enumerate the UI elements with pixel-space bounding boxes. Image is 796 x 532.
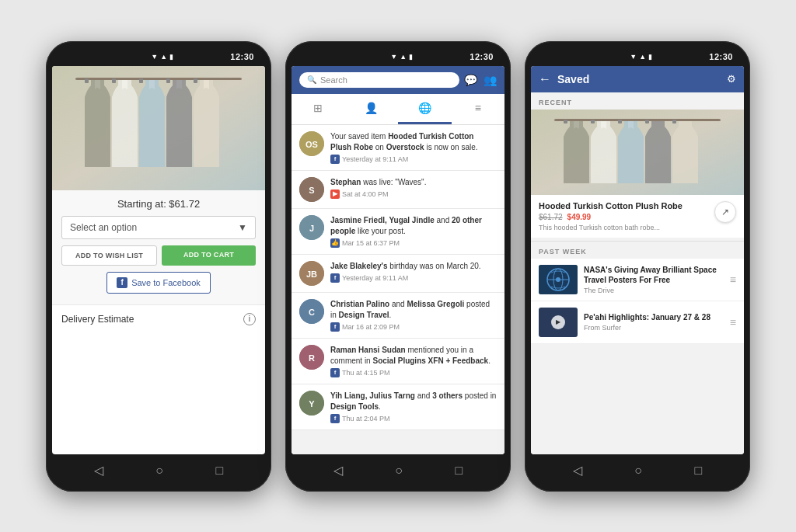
fb-meta-icon-4: f: [330, 273, 340, 283]
home-nav-button-1[interactable]: ○: [155, 464, 163, 478]
fb-meta-icon-6: f: [330, 368, 340, 377]
past-week-source-1: The Drive: [584, 287, 724, 294]
friend-requests-icon[interactable]: 👥: [484, 74, 497, 86]
search-icon: 🔍: [307, 75, 316, 84]
phone-bottom-1: ◁ ○ □: [52, 454, 265, 484]
back-button[interactable]: ←: [539, 72, 551, 86]
add-to-wishlist-button[interactable]: ADD TO WISH LIST: [61, 245, 157, 266]
back-nav-button-2[interactable]: ◁: [333, 463, 343, 478]
saved-card-body: Hooded Turkish Cotton Plush Robe $61.72 …: [531, 195, 744, 238]
fb-meta-icon-7: f: [330, 414, 340, 423]
saved-card-robe: Hooded Turkish Cotton Plush Robe $61.72 …: [531, 110, 744, 238]
past-week-menu-1[interactable]: ≡: [730, 273, 736, 286]
feed-text-1: Your saved item Hooded Turkish Cotton Pl…: [330, 131, 497, 153]
saved-card-image-svg: [531, 110, 744, 195]
battery-icon-3: ▮: [648, 53, 652, 61]
price-old: $61.72: [539, 213, 563, 221]
feed-time-7: Thu at 2:04 PM: [342, 415, 390, 422]
feed-item-4: JB Jake Blakeley's birthday was on March…: [292, 255, 504, 293]
feed-text-7: Yih Liang, Julius Tarng and 3 others pos…: [330, 391, 497, 412]
past-week-section-label: PAST WEEK: [531, 241, 744, 259]
svg-rect-24: [591, 120, 595, 123]
tab-menu[interactable]: ≡: [452, 94, 505, 124]
filter-icon[interactable]: ⚙: [727, 73, 736, 85]
feed-list: OS Your saved item Hooded Turkish Cotton…: [292, 125, 504, 454]
info-icon[interactable]: i: [243, 313, 256, 325]
product-info: Starting at: $61.72 Select an option ▼ A…: [52, 190, 265, 304]
delivery-row: Delivery Estimate i: [52, 304, 265, 333]
signal-icon: ▼: [151, 53, 158, 61]
feed-text-3: Jasmine Friedl, Yugal Jindle and 20 othe…: [330, 215, 497, 237]
svg-rect-23: [564, 120, 567, 123]
feed-content-1: Your saved item Hooded Turkish Cotton Pl…: [330, 131, 497, 164]
saved-page-title: Saved: [557, 73, 721, 85]
select-option-label: Select an option: [70, 222, 137, 233]
svg-point-32: [556, 277, 560, 282]
phone-bottom-3: ◁ ○ □: [531, 454, 744, 484]
wifi-icon-2: ▲: [400, 53, 407, 61]
tab-globe[interactable]: 🌐: [398, 94, 452, 124]
saved-card-info: Hooded Turkish Cotton Plush Robe $61.72 …: [539, 201, 714, 231]
recent-nav-button-3[interactable]: □: [695, 464, 703, 478]
screen-1: Starting at: $61.72 Select an option ▼ A…: [52, 66, 265, 454]
price-new: $49.99: [567, 213, 592, 221]
saved-card-action-button[interactable]: ↗: [714, 201, 736, 223]
fb-header-icons: 💬 👥: [464, 74, 497, 86]
feed-meta-6: f Thu at 4:15 PM: [330, 368, 497, 377]
battery-icon: ▮: [169, 53, 173, 61]
past-week-menu-2[interactable]: ≡: [730, 316, 736, 329]
feed-content-7: Yih Liang, Julius Tarng and 3 others pos…: [330, 391, 497, 423]
feed-meta-5: f Mar 16 at 2:09 PM: [330, 322, 497, 332]
search-bar[interactable]: 🔍 Search: [299, 72, 459, 88]
saved-item-description: This hooded Turkish cotton bath robe...: [539, 224, 714, 231]
messenger-icon[interactable]: 💬: [464, 74, 477, 86]
product-image-svg: [52, 66, 265, 190]
save-to-facebook-button[interactable]: f Save to Facebook: [106, 272, 211, 294]
feed-text-6: Raman Hansi Sudan mentioned you in a com…: [330, 345, 497, 367]
feed-item-2: S Stephan was live: "Waves". ▶ Sat at 4:…: [292, 171, 504, 209]
dropdown-arrow-icon: ▼: [238, 222, 247, 233]
feed-meta-3: 👍 Mar 15 at 6:37 PM: [330, 238, 497, 248]
back-nav-button-3[interactable]: ◁: [573, 463, 582, 478]
feed-avatar-6: R: [299, 345, 324, 370]
recent-nav-button-2[interactable]: □: [456, 464, 463, 478]
past-week-item-2: ▶ Pe'ahi Highlights: January 27 & 28 Fro…: [531, 301, 744, 344]
svg-text:J: J: [309, 224, 314, 233]
saved-item-prices: $61.72 $49.99: [539, 213, 714, 221]
fb-header: 🔍 Search 💬 👥: [292, 66, 504, 94]
home-nav-button-3[interactable]: ○: [634, 464, 642, 478]
svg-rect-22: [554, 119, 721, 121]
past-week-content-1: NASA's Giving Away Brilliant Space Trave…: [584, 265, 724, 294]
feed-meta-2: ▶ Sat at 4:00 PM: [330, 190, 497, 199]
back-nav-button-1[interactable]: ◁: [94, 463, 103, 478]
svg-text:Y: Y: [309, 399, 315, 409]
home-nav-button-2[interactable]: ○: [395, 464, 403, 478]
svg-rect-6: [194, 78, 197, 83]
svg-text:R: R: [309, 353, 315, 363]
product-image: [52, 66, 265, 190]
feed-time-2: Sat at 4:00 PM: [342, 190, 389, 198]
feed-time-4: Yesterday at 9:11 AM: [342, 274, 408, 282]
feed-time-5: Mar 16 at 2:09 PM: [342, 323, 400, 331]
feed-time-3: Mar 15 at 6:37 PM: [342, 239, 400, 247]
select-option[interactable]: Select an option ▼: [61, 216, 256, 239]
recent-nav-button-1[interactable]: □: [216, 464, 224, 478]
feed-text-2: Stephan was live: "Waves".: [330, 177, 497, 188]
svg-rect-25: [618, 120, 622, 123]
globe-icon: 🌐: [418, 102, 431, 114]
save-to-facebook-label: Save to Facebook: [131, 278, 201, 287]
phone-time-3: 12:30: [709, 52, 733, 61]
tab-news-feed[interactable]: ⊞: [292, 94, 345, 124]
add-to-cart-button[interactable]: ADD TO CART: [162, 245, 256, 266]
tab-friends[interactable]: 👤: [345, 94, 399, 124]
phone-1: ▼ ▲ ▮ 12:30: [46, 41, 271, 492]
svg-text:S: S: [309, 186, 314, 195]
svg-rect-4: [139, 78, 143, 83]
svg-rect-27: [672, 120, 676, 123]
feed-time-1: Yesterday at 9:11 AM: [342, 155, 408, 163]
svg-text:OS: OS: [305, 140, 318, 149]
feed-content-3: Jasmine Friedl, Yugal Jindle and 20 othe…: [330, 215, 497, 248]
phone-2: ▼ ▲ ▮ 12:30 🔍 Search 💬 👥 ⊞ 👤: [285, 41, 511, 492]
phone-time-2: 12:30: [470, 52, 494, 61]
svg-text:C: C: [309, 308, 315, 317]
